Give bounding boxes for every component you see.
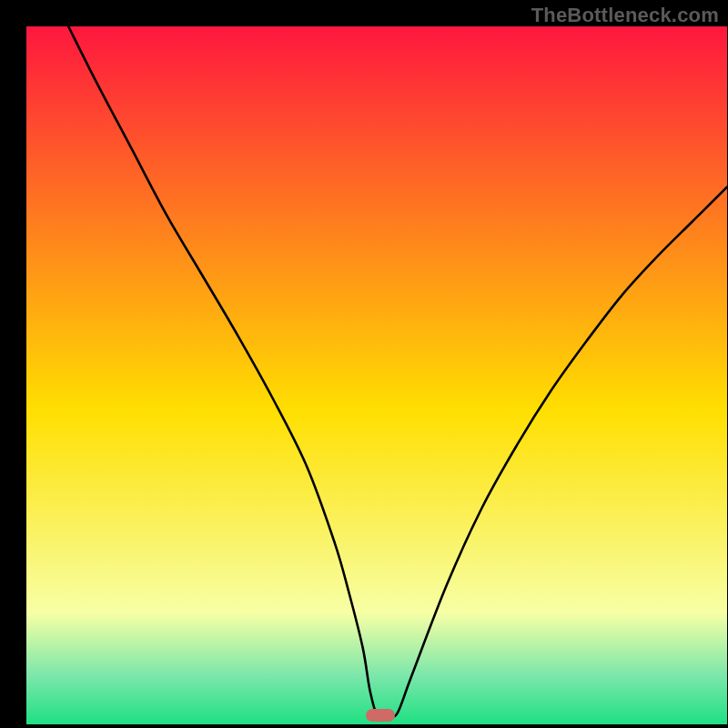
watermark-text: TheBottleneck.com bbox=[531, 4, 719, 27]
chart-frame: TheBottleneck.com bbox=[0, 0, 728, 728]
optimal-marker bbox=[366, 709, 395, 722]
plot-area bbox=[26, 26, 727, 724]
gradient-background bbox=[26, 26, 727, 724]
plot-svg bbox=[26, 26, 727, 724]
